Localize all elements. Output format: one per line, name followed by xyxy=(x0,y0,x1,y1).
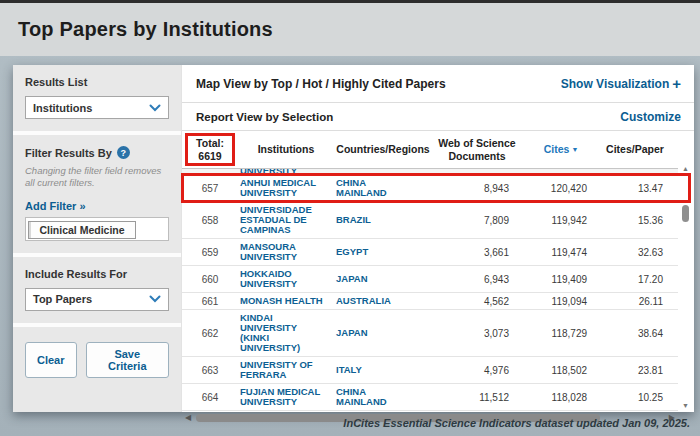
chevron-down-icon xyxy=(149,295,161,303)
country-link[interactable]: CHINA MAINLAND xyxy=(334,386,414,408)
content-panel: Results List Institutions Filter Results… xyxy=(13,65,694,412)
col-header-cites-sort[interactable]: Cites▼ xyxy=(522,143,600,156)
results-table: Total: 6619 Institutions Countries/Regio… xyxy=(182,131,694,425)
show-visualization-link[interactable]: Show Visualization+ xyxy=(561,75,681,92)
documents-cell: 7,809 xyxy=(432,215,522,226)
filter-section: Filter Results By ? Changing the filter … xyxy=(13,135,181,253)
chevron-down-icon xyxy=(149,104,161,112)
total-label: Total: xyxy=(188,137,232,150)
table-row[interactable]: 664 FUJIAN MEDICAL UNIVERSITY CHINA MAIN… xyxy=(182,384,678,411)
institution-link[interactable]: KINDAI UNIVERSITY (KINKI UNIVERSITY) xyxy=(238,312,334,354)
map-view-bar: Map View by Top / Hot / Highly Cited Pap… xyxy=(182,65,694,103)
add-filter-link[interactable]: Add Filter » xyxy=(25,200,86,212)
results-list-section: Results List Institutions xyxy=(13,65,181,131)
cites-per-paper-cell: 10.25 xyxy=(600,392,670,403)
institution-link[interactable]: HOKKAIDO UNIVERSITY xyxy=(238,268,334,290)
include-results-selected: Top Papers xyxy=(33,293,92,305)
table-row[interactable]: 660 HOKKAIDO UNIVERSITY JAPAN 6,943 119,… xyxy=(182,266,678,293)
col-header-institutions: Institutions xyxy=(238,143,334,156)
cites-cell: 119,942 xyxy=(522,215,600,226)
cites-per-paper-cell: 26.11 xyxy=(600,296,670,307)
institution-link[interactable]: UNIVERSITY OF FERRARA xyxy=(238,359,334,381)
cites-cell: 118,028 xyxy=(522,392,600,403)
include-results-select[interactable]: Top Papers xyxy=(25,288,169,311)
report-view-label: Report View by Selection xyxy=(196,111,333,123)
vertical-scroll-thumb[interactable] xyxy=(682,205,689,222)
table-row[interactable]: 657 ANHUI MEDICAL UNIVERSITY CHINA MAINL… xyxy=(182,175,678,202)
cites-cell: 119,474 xyxy=(522,247,600,258)
title-band: Top Papers by Institutions xyxy=(0,3,700,56)
cites-cell: 118,502 xyxy=(522,365,600,376)
col-header-cites-per-paper: Cites/Paper xyxy=(600,143,670,156)
filter-field[interactable]: Clinical Medicine xyxy=(25,217,169,241)
institution-link[interactable]: ANHUI MEDICAL UNIVERSITY xyxy=(238,177,334,199)
documents-cell: 3,073 xyxy=(432,328,522,339)
screen: Top Papers by Institutions Results List … xyxy=(0,0,700,436)
rank-cell: 659 xyxy=(182,247,238,258)
table-row[interactable]: 658 UNIVERSIDADE ESTADUAL DE CAMPINAS BR… xyxy=(182,202,678,239)
rank-cell: 663 xyxy=(182,365,238,376)
rank-cell: 657 xyxy=(182,183,238,194)
help-icon[interactable]: ? xyxy=(117,146,130,159)
dataset-updated-note: InCites Essential Science Indicators dat… xyxy=(343,417,690,429)
documents-cell: 4,562 xyxy=(432,296,522,307)
main-area: Map View by Top / Hot / Highly Cited Pap… xyxy=(181,65,694,412)
documents-cell: 6,943 xyxy=(432,274,522,285)
page-title: Top Papers by Institutions xyxy=(18,18,273,41)
plus-icon: + xyxy=(672,75,681,92)
country-link[interactable]: BRAZIL xyxy=(334,214,414,226)
rank-cell: 661 xyxy=(182,296,238,307)
criteria-actions-section: Clear Save Criteria xyxy=(13,327,181,412)
documents-cell: 3,661 xyxy=(432,247,522,258)
institution-link[interactable]: FUJIAN MEDICAL UNIVERSITY xyxy=(238,386,334,408)
table-row[interactable]: 659 MANSOURA UNIVERSITY EGYPT 3,661 119,… xyxy=(182,239,678,266)
results-list-select[interactable]: Institutions xyxy=(25,96,169,119)
include-results-section: Include Results For Top Papers xyxy=(13,257,181,323)
rank-cell: 664 xyxy=(182,392,238,403)
scroll-down-icon[interactable]: ▼ xyxy=(682,402,689,409)
filter-section-label: Filter Results By xyxy=(25,147,112,159)
total-count-annotated: Total: 6619 xyxy=(185,133,235,166)
cites-cell: 119,094 xyxy=(522,296,600,307)
institution-link[interactable]: UNIVERSIDADE ESTADUAL DE CAMPINAS xyxy=(238,204,334,236)
country-link[interactable]: ITALY xyxy=(334,364,414,376)
country-link[interactable]: CHINA MAINLAND xyxy=(334,177,414,199)
filter-note: Changing the filter field removes all cu… xyxy=(25,165,169,190)
documents-cell: 11,512 xyxy=(432,392,522,403)
table-row[interactable]: 661 MONASH HEALTH AUSTRALIA 4,562 119,09… xyxy=(182,293,678,310)
col-header-countries: Countries/Regions xyxy=(334,143,432,156)
cites-per-paper-cell: 17.20 xyxy=(600,274,670,285)
cites-cell: 119,409 xyxy=(522,274,600,285)
sidebar: Results List Institutions Filter Results… xyxy=(13,65,181,412)
documents-cell: 4,976 xyxy=(432,365,522,376)
vertical-scrollbar: ▲ ▼ xyxy=(680,161,692,409)
country-link[interactable]: JAPAN xyxy=(334,327,414,339)
rank-cell: 660 xyxy=(182,274,238,285)
active-filter-chip[interactable]: Clinical Medicine xyxy=(28,221,136,239)
scroll-up-icon[interactable]: ▲ xyxy=(682,165,689,172)
cites-per-paper-cell: 32.63 xyxy=(600,247,670,258)
customize-link[interactable]: Customize xyxy=(620,110,681,124)
cites-cell: 120,420 xyxy=(522,183,600,194)
documents-cell: 8,943 xyxy=(432,183,522,194)
table-header-row: Total: 6619 Institutions Countries/Regio… xyxy=(182,131,678,169)
table-row[interactable]: 663 UNIVERSITY OF FERRARA ITALY 4,976 11… xyxy=(182,357,678,384)
clear-button[interactable]: Clear xyxy=(25,342,77,378)
table-body: 657 ANHUI MEDICAL UNIVERSITY CHINA MAINL… xyxy=(182,175,678,411)
cites-cell: 118,729 xyxy=(522,328,600,339)
map-view-label: Map View by Top / Hot / Highly Cited Pap… xyxy=(196,77,446,91)
institution-link[interactable]: MANSOURA UNIVERSITY xyxy=(238,241,334,263)
country-link[interactable]: EGYPT xyxy=(334,246,414,258)
results-list-label: Results List xyxy=(25,76,169,88)
total-value: 6619 xyxy=(188,150,232,163)
cites-per-paper-cell: 23.81 xyxy=(600,365,670,376)
rank-cell: 658 xyxy=(182,215,238,226)
institution-link[interactable]: MONASH HEALTH xyxy=(238,295,334,307)
country-link[interactable]: AUSTRALIA xyxy=(334,295,414,307)
country-link[interactable]: JAPAN xyxy=(334,273,414,285)
scroll-left-icon[interactable]: ◀ xyxy=(185,414,191,422)
save-criteria-button[interactable]: Save Criteria xyxy=(86,342,169,378)
results-list-selected: Institutions xyxy=(33,102,92,114)
table-row[interactable]: 662 KINDAI UNIVERSITY (KINKI UNIVERSITY)… xyxy=(182,310,678,357)
report-view-bar: Report View by Selection Customize xyxy=(182,103,694,131)
